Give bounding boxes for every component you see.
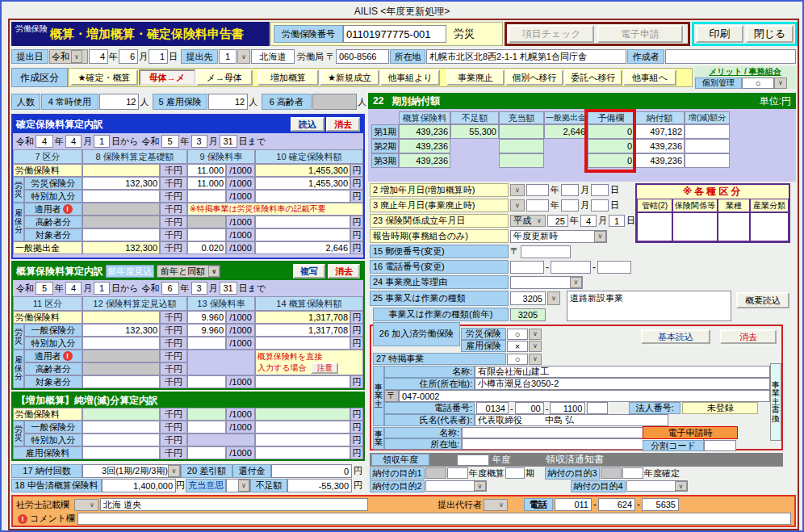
rate-cell[interactable] bbox=[187, 375, 226, 388]
jn-tel2[interactable]: 00 bbox=[515, 402, 544, 414]
gaisan-to-day[interactable]: 31 bbox=[220, 282, 237, 295]
zogen-cell[interactable] bbox=[685, 139, 730, 153]
era-select[interactable]: 平成∨ bbox=[510, 215, 546, 227]
kanpu-field[interactable]: 0 bbox=[271, 464, 352, 478]
close-button[interactable]: 閉じる bbox=[746, 25, 794, 43]
amount-cell[interactable]: 1,317,708 bbox=[255, 324, 350, 337]
gaisan-copy-button[interactable]: 複写 bbox=[293, 264, 325, 279]
chevron-down-icon[interactable]: ∨ bbox=[534, 216, 545, 226]
gyoushu-cell[interactable] bbox=[718, 212, 750, 241]
kubun-tajiso-yori-button[interactable]: 他事組より bbox=[380, 69, 440, 86]
year-field[interactable] bbox=[526, 184, 549, 196]
haishi-riyuu-select[interactable]: ∨ bbox=[510, 276, 583, 289]
print-button[interactable]: 印刷 bbox=[696, 25, 743, 43]
base-cell[interactable] bbox=[82, 421, 160, 434]
gaisan-clear-button[interactable]: 消去 bbox=[328, 264, 360, 279]
chevron-down-icon[interactable]: ∨ bbox=[774, 77, 787, 89]
amount-cell[interactable]: 1,455,300 bbox=[255, 177, 350, 190]
mokuteki3-field[interactable] bbox=[622, 467, 643, 479]
daikousha-select[interactable]: ∨ bbox=[484, 499, 508, 511]
jn-addr-field[interactable]: 小樽市潮見台3050-2 bbox=[475, 378, 770, 390]
jn-rep-field[interactable]: 代表取締役中島 弘 bbox=[475, 414, 668, 426]
comment-field[interactable] bbox=[77, 513, 791, 525]
juto-cell[interactable] bbox=[499, 124, 544, 139]
rate-cell[interactable]: 9.960 bbox=[187, 311, 226, 324]
month-field[interactable] bbox=[561, 184, 579, 196]
chevron-down-icon[interactable]: ∨ bbox=[168, 465, 180, 477]
jn-tel1[interactable]: 0134 bbox=[476, 402, 509, 414]
chevron-down-icon[interactable]: ∨ bbox=[510, 199, 525, 212]
mokuteki1-field[interactable] bbox=[447, 467, 468, 479]
gaisan-cell[interactable]: 439,236 bbox=[399, 139, 450, 153]
base-cell[interactable] bbox=[82, 190, 160, 203]
base-cell[interactable] bbox=[82, 375, 160, 388]
koyou-field[interactable]: 12 bbox=[208, 94, 249, 110]
ki-field[interactable] bbox=[505, 467, 525, 479]
yobi-cell[interactable]: 0 bbox=[588, 139, 634, 153]
day-field[interactable] bbox=[591, 199, 609, 212]
rate-cell[interactable]: 0.020 bbox=[187, 241, 226, 254]
nofu-cell[interactable]: 497,182 bbox=[634, 124, 685, 139]
tel1-field[interactable]: 011 bbox=[555, 498, 592, 511]
kakutei-from-month[interactable]: 4 bbox=[65, 135, 82, 148]
kakutei-read-button[interactable]: 読込 bbox=[291, 117, 325, 132]
joji-field[interactable]: 12 bbox=[99, 94, 140, 110]
chevron-down-icon[interactable]: ∨ bbox=[86, 500, 98, 510]
day-field[interactable]: 1 bbox=[609, 215, 625, 227]
amount-cell[interactable] bbox=[255, 434, 350, 446]
chevron-down-icon[interactable]: ∨ bbox=[208, 266, 220, 277]
base-cell[interactable]: 132,300 bbox=[82, 241, 160, 254]
amount-cell[interactable] bbox=[255, 337, 350, 350]
kubun-me-botai-button[interactable]: メ→母体 bbox=[196, 69, 253, 86]
kubun-tajiso-he-button[interactable]: 他事組へ bbox=[623, 69, 676, 86]
year-field[interactable]: 25 bbox=[547, 215, 568, 227]
kubun-kobetsu-ikou-button[interactable]: 個別へ移行 bbox=[505, 69, 563, 86]
gaisan-from-day[interactable]: 1 bbox=[94, 282, 110, 295]
jn-zip-field[interactable]: 047-0002 bbox=[399, 390, 770, 402]
amount-cell[interactable] bbox=[255, 375, 350, 388]
base-cell[interactable] bbox=[82, 311, 160, 324]
base-cell[interactable] bbox=[82, 408, 160, 421]
houjin-field[interactable]: 未登録 bbox=[682, 402, 758, 414]
chevron-down-icon[interactable]: ∨ bbox=[237, 49, 250, 64]
gaisan-from-year[interactable]: 5 bbox=[36, 282, 53, 295]
e-apply-button[interactable]: 電子申請 bbox=[597, 25, 683, 43]
rate-cell[interactable] bbox=[187, 446, 226, 459]
fusoku-cell[interactable]: 55,300 bbox=[450, 124, 499, 139]
chevron-down-icon[interactable]: ∨ bbox=[529, 354, 542, 365]
rate-cell[interactable]: 11.000 bbox=[187, 164, 226, 177]
hoken-kankei-cell[interactable] bbox=[672, 212, 718, 241]
ryoshu-year-field[interactable] bbox=[457, 455, 489, 466]
amount-cell[interactable] bbox=[255, 446, 350, 459]
gaiyou-read-button[interactable]: 概要読込 bbox=[736, 292, 789, 308]
kubun-kakutei-button[interactable]: ★確定・概算 bbox=[70, 69, 138, 86]
rate-cell[interactable] bbox=[187, 421, 226, 434]
amount-cell[interactable]: 2,646 bbox=[255, 241, 350, 254]
yobi-cell[interactable]: 0 bbox=[588, 124, 634, 139]
kubun-haishi-button[interactable]: 事業廃止 bbox=[446, 69, 505, 86]
chevron-down-icon[interactable]: ∨ bbox=[547, 291, 560, 305]
nofu-cell[interactable]: 439,236 bbox=[634, 139, 685, 153]
rate-cell[interactable] bbox=[187, 337, 226, 350]
insurance-number-field[interactable]: 01101977775-001 bbox=[343, 25, 446, 43]
kobetsu-kanri-field[interactable]: ○ bbox=[742, 77, 774, 89]
rate-cell[interactable]: 11.000 bbox=[187, 177, 226, 190]
era-select[interactable]: 令和∨ bbox=[49, 49, 88, 64]
base-cell[interactable] bbox=[82, 337, 160, 350]
submit-day-field[interactable]: 1 bbox=[149, 49, 168, 64]
shinkoku-field[interactable]: 1,400,000 bbox=[102, 479, 176, 492]
amount-cell[interactable]: 1,317,708 bbox=[255, 311, 350, 324]
sagyou-code-field[interactable]: 3205 bbox=[510, 291, 546, 305]
tel-field-3[interactable] bbox=[597, 261, 631, 274]
kubun-shinki-button[interactable]: ★新規成立 bbox=[320, 69, 379, 86]
gaisan-cell[interactable]: 439,236 bbox=[399, 153, 450, 168]
chevron-down-icon[interactable]: ∨ bbox=[496, 500, 507, 510]
denshi-shinsei-button[interactable]: 電子申請時 bbox=[643, 426, 738, 439]
amount-cell[interactable] bbox=[255, 228, 350, 241]
chevron-down-icon[interactable]: ∨ bbox=[594, 231, 606, 242]
amount-cell[interactable]: 1,455,300 bbox=[255, 164, 350, 177]
sharoushi-name-field[interactable]: 北海 道央 bbox=[100, 498, 368, 511]
kihon-clear-button[interactable]: 消去 bbox=[720, 329, 777, 344]
address-field[interactable]: 札幌市北区北8西2-1-1 札幌第1合同庁舎 bbox=[426, 49, 626, 64]
fusoku-field[interactable]: -55,300 bbox=[287, 479, 352, 492]
